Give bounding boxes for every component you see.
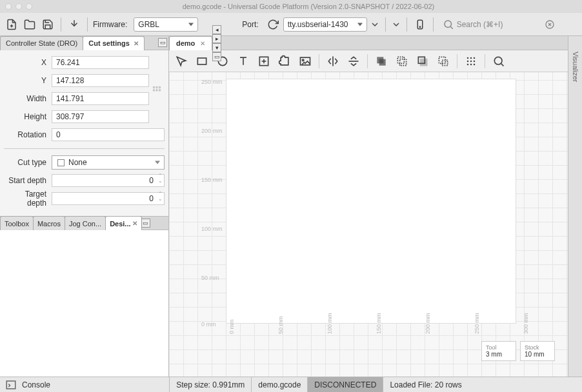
tab-macros[interactable]: Macros — [33, 216, 65, 230]
maximize-window-icon[interactable] — [26, 3, 32, 10]
text-tool-icon[interactable] — [234, 52, 253, 70]
clear-search-icon[interactable] — [545, 17, 555, 32]
search-placeholder: Search (⌘+I) — [457, 20, 503, 29]
scroll-right-icon[interactable]: ▸ — [212, 34, 221, 43]
refresh-port-icon[interactable] — [265, 17, 281, 32]
save-file-icon[interactable] — [40, 17, 55, 32]
cut-type-label: Cut type — [4, 158, 52, 167]
close-icon[interactable]: ✕ — [134, 40, 139, 47]
x-tick: 0 mm — [228, 320, 235, 335]
port-label: Port: — [242, 20, 258, 29]
svg-rect-27 — [400, 59, 406, 65]
height-label: Height — [4, 112, 52, 121]
target-depth-label: Target depth — [4, 190, 52, 208]
svg-point-12 — [153, 90, 154, 91]
port-select[interactable]: tty.usbserial-1430 — [283, 17, 367, 32]
left-panel-tabs: Controller State (DRO) Cut settings✕ ▭ — [0, 36, 168, 50]
tab-cut-settings[interactable]: Cut settings✕ — [83, 36, 145, 50]
search-icon — [443, 19, 454, 30]
svg-point-33 — [470, 57, 472, 59]
start-depth-input[interactable]: 0 — [52, 174, 165, 187]
intersect-icon[interactable] — [413, 52, 432, 70]
console-icon[interactable] — [5, 379, 17, 391]
y-tick: 250 mm — [201, 79, 223, 85]
x-tick: 250 mm — [474, 313, 480, 334]
svg-point-39 — [470, 63, 472, 65]
svg-point-41 — [494, 57, 502, 64]
new-file-icon[interactable] — [4, 17, 19, 32]
visualizer-tab[interactable]: Visualizer — [572, 52, 579, 83]
union-icon[interactable] — [372, 52, 391, 70]
rectangle-tool-icon[interactable] — [192, 52, 212, 70]
y-tick: 50 mm — [201, 275, 219, 281]
minimize-window-icon[interactable] — [15, 3, 22, 10]
svg-rect-25 — [379, 59, 386, 65]
mirror-horizontal-icon[interactable] — [323, 52, 343, 70]
mirror-vertical-icon[interactable] — [344, 52, 363, 70]
y-tick: 150 mm — [201, 177, 223, 183]
svg-point-10 — [156, 86, 157, 88]
firmware-select[interactable]: GRBL — [134, 17, 198, 32]
status-filename: demo.gcode — [251, 377, 307, 393]
cut-settings-panel: X76.241 Y147.128 Width141.791 Height308.… — [0, 50, 168, 216]
width-label: Width — [4, 94, 52, 103]
svg-point-4 — [445, 21, 452, 28]
add-shape-icon[interactable] — [254, 52, 274, 70]
rotation-input[interactable]: 0 — [52, 128, 165, 141]
zoom-icon[interactable] — [489, 52, 508, 70]
search-box[interactable]: Search (⌘+I) — [439, 17, 542, 32]
stock-info: Stock10 mm — [520, 341, 555, 361]
puzzle-icon[interactable] — [275, 52, 294, 70]
svg-point-23 — [302, 59, 304, 61]
cut-type-select[interactable]: None — [52, 155, 165, 170]
pendant-icon[interactable] — [412, 17, 428, 32]
titlebar: demo.gcode - Universal Gcode Platform (V… — [0, 0, 582, 13]
subtract-icon[interactable] — [392, 52, 412, 70]
none-icon — [57, 159, 65, 166]
svg-rect-43 — [6, 381, 15, 389]
x-input[interactable]: 76.241 — [52, 56, 149, 69]
break-apart-icon[interactable] — [434, 52, 453, 70]
tab-controller-state[interactable]: Controller State (DRO) — [0, 36, 83, 50]
chevron-down-icon-2[interactable] — [391, 17, 401, 32]
anchor-widget[interactable] — [149, 54, 165, 126]
svg-rect-26 — [397, 57, 404, 63]
minimize-panel-icon[interactable]: ▭ — [158, 38, 167, 47]
maximize-panel-icon[interactable]: ▭ — [212, 52, 221, 61]
grid-icon[interactable] — [461, 52, 481, 70]
svg-rect-15 — [197, 58, 206, 64]
connect-icon[interactable] — [66, 17, 82, 32]
tab-demo[interactable]: demo✕ — [169, 36, 212, 50]
tab-designer[interactable]: Desi...✕ — [105, 216, 141, 230]
status-bar: Console Step size: 0.991mm demo.gcode DI… — [0, 377, 582, 392]
target-depth-input[interactable]: 0 — [52, 192, 165, 205]
svg-point-40 — [474, 63, 476, 65]
x-tick: 50 mm — [277, 316, 284, 334]
svg-line-5 — [450, 26, 452, 28]
height-input[interactable]: 308.797 — [52, 110, 149, 123]
window-title: demo.gcode - Universal Gcode Platform (V… — [40, 3, 577, 10]
y-tick: 200 mm — [201, 128, 223, 134]
dropdown-icon[interactable]: ▾ — [212, 43, 221, 52]
tab-toolbox[interactable]: Toolbox — [0, 216, 34, 230]
chevron-down-icon[interactable] — [370, 17, 380, 32]
svg-point-34 — [474, 57, 476, 59]
lower-panel-tabs: Toolbox Macros Jog Con... Desi...✕ ▭ — [0, 216, 168, 230]
close-icon[interactable]: ✕ — [132, 220, 137, 227]
design-canvas[interactable]: 250 mm 200 mm 150 mm 100 mm 50 mm 0 mm 0… — [169, 72, 568, 377]
x-tick: 100 mm — [326, 313, 333, 334]
scroll-left-icon[interactable]: ◂ — [212, 25, 221, 34]
select-tool-icon[interactable] — [172, 52, 191, 70]
close-icon[interactable]: ✕ — [200, 40, 205, 47]
main-toolbar: Firmware: GRBL Port: tty.usbserial-1430 … — [0, 13, 582, 36]
svg-point-13 — [156, 90, 157, 91]
y-input[interactable]: 147.128 — [52, 74, 149, 87]
tab-jog-controller[interactable]: Jog Con... — [65, 216, 106, 230]
console-label[interactable]: Console — [22, 380, 50, 389]
image-tool-icon[interactable] — [296, 52, 315, 70]
width-input[interactable]: 141.791 — [52, 92, 149, 105]
minimize-panel-icon[interactable]: ▭ — [141, 219, 150, 228]
close-window-icon[interactable] — [5, 3, 12, 10]
open-file-icon[interactable] — [22, 17, 37, 32]
start-depth-label: Start depth — [4, 176, 52, 185]
